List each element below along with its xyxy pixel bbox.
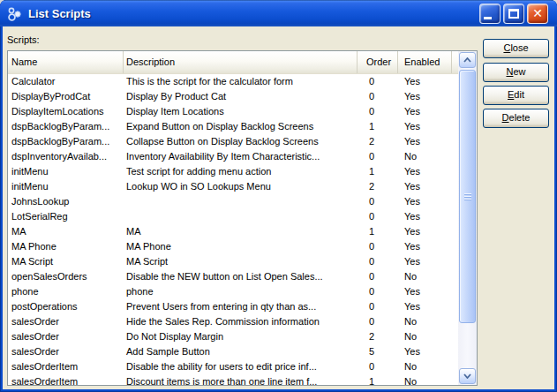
cell-order: 5 bbox=[358, 344, 398, 359]
script-row[interactable]: postOperations Prevent Users from enteri… bbox=[8, 299, 458, 314]
cell-description: This is the script for the calculator fo… bbox=[124, 74, 358, 89]
cell-enabled: Yes bbox=[398, 89, 452, 104]
script-row[interactable]: DisplayItemLocations Display Item Locati… bbox=[8, 104, 458, 119]
script-row[interactable]: phone phone 0 Yes bbox=[8, 284, 458, 299]
script-row[interactable]: salesOrder Add Sample Button 5 Yes bbox=[8, 344, 458, 359]
cell-order: 2 bbox=[358, 134, 398, 149]
cell-enabled: Yes bbox=[398, 209, 452, 224]
close-button[interactable]: Close bbox=[483, 39, 549, 58]
cell-enabled: Yes bbox=[398, 134, 452, 149]
cell-order: 0 bbox=[358, 269, 398, 284]
cell-order: 0 bbox=[358, 104, 398, 119]
cell-name: openSalesOrders bbox=[8, 269, 124, 284]
vertical-scrollbar[interactable] bbox=[458, 51, 477, 385]
cell-order: 0 bbox=[358, 89, 398, 104]
cell-name: postOperations bbox=[8, 299, 124, 314]
close-button-label: lose bbox=[510, 42, 528, 53]
script-row[interactable]: dspBacklogByParam... Collapse Button on … bbox=[8, 134, 458, 149]
cell-name: salesOrder bbox=[8, 314, 124, 329]
script-row[interactable]: initMenu Test script for adding menu act… bbox=[8, 164, 458, 179]
edit-button[interactable]: Edit bbox=[483, 86, 549, 105]
title-bar[interactable]: List Scripts ✕ bbox=[0, 0, 557, 26]
cell-name: DisplayItemLocations bbox=[8, 104, 124, 119]
script-row[interactable]: LotSerialReg 0 Yes bbox=[8, 209, 458, 224]
close-icon: ✕ bbox=[528, 4, 547, 22]
gears-icon bbox=[6, 5, 22, 21]
script-row[interactable]: openSalesOrders Disable the NEW button o… bbox=[8, 269, 458, 284]
script-row[interactable]: salesOrder Do Not Display Margin 2 No bbox=[8, 329, 458, 344]
cell-enabled: Yes bbox=[398, 74, 452, 89]
cell-enabled: Yes bbox=[398, 254, 452, 269]
script-row[interactable]: dspInventoryAvailab... Inventory Availab… bbox=[8, 149, 458, 164]
script-row[interactable]: JohnsLookup 0 Yes bbox=[8, 194, 458, 209]
close-window-button[interactable]: ✕ bbox=[527, 4, 548, 24]
scroll-down-button[interactable] bbox=[459, 368, 476, 384]
cell-order: 0 bbox=[358, 299, 398, 314]
column-header-enabled[interactable]: Enabled bbox=[398, 51, 452, 73]
new-button[interactable]: New bbox=[483, 63, 549, 82]
minimize-button[interactable] bbox=[479, 4, 501, 24]
cell-enabled: No bbox=[398, 374, 452, 385]
cell-description: MA Phone bbox=[124, 239, 358, 254]
maximize-button[interactable] bbox=[503, 4, 524, 24]
cell-description: Display By Product Cat bbox=[124, 89, 358, 104]
cell-description: Expand Button on Display Backlog Screens bbox=[124, 119, 358, 134]
cell-name: initMenu bbox=[8, 164, 124, 179]
script-row[interactable]: salesOrderItem Disable the ability for u… bbox=[8, 359, 458, 374]
cell-order: 0 bbox=[358, 359, 398, 374]
script-row[interactable]: MA Script MA Script 0 Yes bbox=[8, 254, 458, 269]
cell-description: Disable the NEW button on List Open Sale… bbox=[124, 269, 358, 284]
cell-description: MA bbox=[124, 224, 358, 239]
cell-description bbox=[124, 194, 358, 209]
column-header-description[interactable]: Description bbox=[124, 51, 358, 73]
cell-enabled: Yes bbox=[398, 164, 452, 179]
script-row[interactable]: Calculator This is the script for the ca… bbox=[8, 74, 458, 89]
chevron-down-icon bbox=[463, 373, 471, 379]
cell-description: Disable the ability for users to edit pr… bbox=[124, 359, 358, 374]
cell-description: Add Sample Button bbox=[124, 344, 358, 359]
cell-name: initMenu bbox=[8, 179, 124, 194]
column-header-order[interactable]: Order bbox=[358, 51, 398, 73]
cell-name: MA Script bbox=[8, 254, 124, 269]
cell-order: 2 bbox=[358, 329, 398, 344]
list-viewport: Calculator This is the script for the ca… bbox=[8, 74, 458, 385]
cell-name: Calculator bbox=[8, 74, 124, 89]
cell-order: 1 bbox=[358, 374, 398, 385]
cell-order: 0 bbox=[358, 284, 398, 299]
edit-button-label: dit bbox=[514, 89, 524, 100]
cell-order: 0 bbox=[358, 74, 398, 89]
cell-enabled: No bbox=[398, 314, 452, 329]
scripts-list: Name Description Order Enabled Calculato… bbox=[7, 50, 478, 386]
cell-name: salesOrderItem bbox=[8, 359, 124, 374]
cell-name: salesOrderItem bbox=[8, 374, 124, 385]
delete-button-mnemonic: D bbox=[502, 112, 509, 123]
script-row[interactable]: salesOrder Hide the Sales Rep. Commissio… bbox=[8, 314, 458, 329]
cell-enabled: Yes bbox=[398, 284, 452, 299]
column-header-name[interactable]: Name bbox=[8, 51, 124, 73]
cell-enabled: No bbox=[398, 359, 452, 374]
cell-enabled: Yes bbox=[398, 239, 452, 254]
cell-order: 0 bbox=[358, 149, 398, 164]
cell-order: 0 bbox=[358, 194, 398, 209]
cell-order: 1 bbox=[358, 119, 398, 134]
delete-button[interactable]: Delete bbox=[483, 109, 549, 128]
cell-order: 1 bbox=[358, 164, 398, 179]
cell-enabled: Yes bbox=[398, 119, 452, 134]
script-row[interactable]: DisplayByProdCat Display By Product Cat … bbox=[8, 89, 458, 104]
cell-description: Test script for adding menu action bbox=[124, 164, 358, 179]
cell-order: 0 bbox=[358, 314, 398, 329]
delete-button-label: elete bbox=[509, 112, 531, 123]
script-row[interactable]: initMenu Lookup WO in SO Lookups Menu 2 … bbox=[8, 179, 458, 194]
script-row[interactable]: dspBacklogByParam... Expand Button on Di… bbox=[8, 119, 458, 134]
cell-name: dspInventoryAvailab... bbox=[8, 149, 124, 164]
scroll-up-button[interactable] bbox=[459, 52, 476, 68]
script-row[interactable]: salesOrderItem Discount items is more th… bbox=[8, 374, 458, 385]
script-row[interactable]: MA MA 1 Yes bbox=[8, 224, 458, 239]
cell-description bbox=[124, 209, 358, 224]
window-title: List Scripts bbox=[28, 7, 91, 20]
script-row[interactable]: MA Phone MA Phone 0 Yes bbox=[8, 239, 458, 254]
cell-enabled: Yes bbox=[398, 299, 452, 314]
chevron-up-icon bbox=[463, 57, 471, 63]
scrollbar-thumb[interactable] bbox=[459, 70, 476, 323]
cell-name: MA bbox=[8, 224, 124, 239]
